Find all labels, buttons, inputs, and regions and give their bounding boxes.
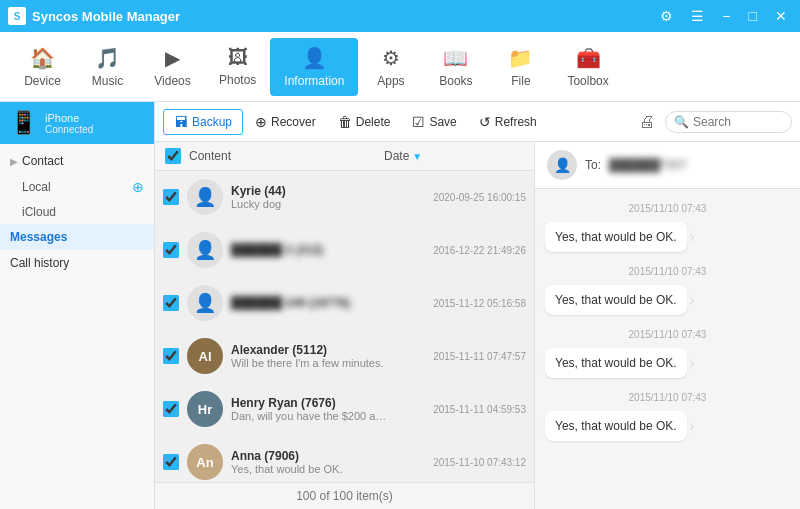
save-icon: ☑ [412,114,425,130]
chat-bubble: Yes, that would be OK. [545,411,687,441]
tab-music-label: Music [92,74,123,88]
tab-toolbox[interactable]: 🧰 Toolbox [553,38,622,96]
tab-books[interactable]: 📖 Books [423,38,488,96]
recover-button[interactable]: ⊕ Recover [245,110,326,134]
menu-icon[interactable]: ☰ [686,6,709,26]
tab-music[interactable]: 🎵 Music [75,38,140,96]
app-logo: S Syncos Mobile Manager [8,7,655,25]
refresh-button[interactable]: ↺ Refresh [469,110,547,134]
sidebar-item-local[interactable]: Local ⊕ [0,174,154,200]
message-preview: Will be there I'm a few minutes. [231,357,388,369]
contact-name: Anna (7906) [231,449,388,463]
tab-information[interactable]: 👤 Information [270,38,358,96]
save-button[interactable]: ☑ Save [402,110,466,134]
tab-apps-label: Apps [377,74,404,88]
chat-timestamp: 2015/11/10 07:43 [545,203,790,214]
list-item[interactable]: 👤 ██████ 249 (19776) 2015-11-12 05:16:58 [155,277,534,330]
tab-videos[interactable]: ▶ Videos [140,38,205,96]
item-checkbox[interactable] [163,295,179,311]
chat-avatar-icon: 👤 [554,157,571,173]
contact-name: Alexander (5112) [231,343,388,357]
maximize-icon[interactable]: □ [744,6,762,26]
search-input[interactable] [693,115,783,129]
logo-icon: S [8,7,26,25]
content-split: Content Date ▼ 👤 Kyrie (44) Lucky dog [155,142,800,509]
backup-label: Backup [192,115,232,129]
sidebar-item-icloud[interactable]: iCloud [0,200,154,224]
tab-apps[interactable]: ⚙ Apps [358,38,423,96]
tab-file[interactable]: 📁 File [488,38,553,96]
avatar-icon: 👤 [194,239,216,261]
file-tab-icon: 📁 [508,46,533,70]
tab-photos[interactable]: 🖼 Photos [205,38,270,95]
photos-tab-icon: 🖼 [228,46,248,69]
device-info: 📱 iPhone Connected [0,102,154,144]
device-panel: 📱 iPhone Connected ▶ Contact Local ⊕ iCl… [0,102,155,509]
search-box[interactable]: 🔍 [665,111,792,133]
chat-message-group: 2015/11/10 07:43 Yes, that would be OK. [545,325,790,378]
close-icon[interactable]: ✕ [770,6,792,26]
select-all-checkbox[interactable] [165,148,181,164]
tab-device-label: Device [24,74,61,88]
sidebar-item-messages[interactable]: Messages [0,224,154,250]
music-tab-icon: 🎵 [95,46,120,70]
titlebar-controls: ⚙ ☰ − □ ✕ [655,6,792,26]
list-item[interactable]: 👤 ██████ 2 (312) 2016-12-22 21:49:26 [155,224,534,277]
print-icon[interactable]: 🖨 [631,109,663,135]
avatar: 👤 [187,179,223,215]
avatar-icon: 👤 [194,186,216,208]
message-info: Kyrie (44) Lucky dog [231,184,388,210]
backup-button[interactable]: 🖬 Backup [163,109,243,135]
chat-timestamp: 2015/11/10 07:43 [545,266,790,277]
list-item[interactable]: Hr Henry Ryan (7676) Dan, will you have … [155,383,534,436]
delete-icon: 🗑 [338,114,352,130]
device-name: iPhone [45,112,93,124]
item-checkbox[interactable] [163,348,179,364]
sidebar-item-call-history[interactable]: Call history [0,250,154,276]
search-icon: 🔍 [674,115,689,129]
avatar: Al [187,338,223,374]
chat-to-number: ██████7007 [609,158,687,172]
sidebar-local-label: Local [22,180,51,194]
chat-to-label: To: [585,158,601,172]
message-preview: Yes, that would be OK. [231,463,388,475]
settings-icon[interactable]: ⚙ [655,6,678,26]
delete-button[interactable]: 🗑 Delete [328,110,401,134]
message-list: Content Date ▼ 👤 Kyrie (44) Lucky dog [155,142,535,509]
contact-name: ██████ 2 (312) [231,243,388,257]
avatar: 👤 [187,285,223,321]
iphone-icon: 📱 [10,110,37,136]
item-checkbox[interactable] [163,189,179,205]
item-checkbox[interactable] [163,454,179,470]
add-local-icon[interactable]: ⊕ [132,179,144,195]
tab-device[interactable]: 🏠 Device [10,38,75,96]
avatar-icon: 👤 [194,292,216,314]
message-info: Alexander (5112) Will be there I'm a few… [231,343,388,369]
date-column-header: Date ▼ [384,149,524,163]
backup-icon: 🖬 [174,114,188,130]
chat-bubble: Yes, that would be OK. [545,285,687,315]
list-item[interactable]: Al Alexander (5112) Will be there I'm a … [155,330,534,383]
nav-tabs: 🏠 Device 🎵 Music ▶ Videos 🖼 Photos 👤 Inf… [0,32,800,102]
sidebar-item-contact[interactable]: ▶ Contact [0,148,154,174]
message-info: ██████ 2 (312) [231,243,388,257]
list-footer: 100 of 100 item(s) [155,482,534,509]
minimize-icon[interactable]: − [717,6,735,26]
item-checkbox[interactable] [163,401,179,417]
item-count: 100 of 100 item(s) [296,489,393,503]
avatar: Hr [187,391,223,427]
recover-icon: ⊕ [255,114,267,130]
list-item[interactable]: An Anna (7906) Yes, that would be OK. 20… [155,436,534,482]
videos-tab-icon: ▶ [165,46,180,70]
list-header: Content Date ▼ [155,142,534,171]
tab-file-label: File [511,74,530,88]
list-item[interactable]: 👤 Kyrie (44) Lucky dog 2020-09-25 16:00:… [155,171,534,224]
item-checkbox[interactable] [163,242,179,258]
tab-books-label: Books [439,74,472,88]
message-date: 2016-12-22 21:49:26 [396,245,526,256]
main-area: 🖬 Backup ⊕ Recover 🗑 Delete ☑ Save ↺ Ref… [155,102,800,509]
refresh-icon: ↺ [479,114,491,130]
message-items: 👤 Kyrie (44) Lucky dog 2020-09-25 16:00:… [155,171,534,482]
sidebar-menu: ▶ Contact Local ⊕ iCloud Messages Call h… [0,144,154,276]
chat-messages: 2015/11/10 07:43 Yes, that would be OK. … [535,189,800,509]
